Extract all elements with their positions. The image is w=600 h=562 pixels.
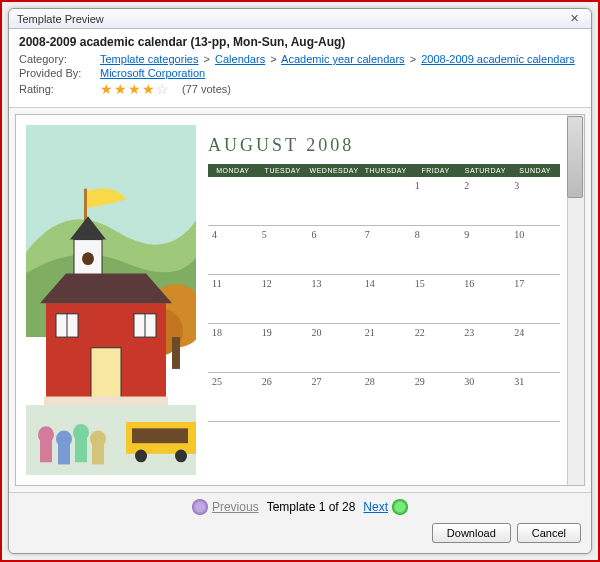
- day-header: THURSDAY: [361, 164, 411, 177]
- calendar-cell: 9: [460, 226, 510, 275]
- template-name: 2008-2009 academic calendar (13-pp, Mon-…: [19, 35, 581, 49]
- calendar-cell: 29: [411, 373, 461, 422]
- svg-point-20: [175, 450, 187, 463]
- template-illustration: [26, 125, 196, 475]
- calendar-cell: [258, 177, 308, 226]
- calendar-cell: 12: [258, 275, 308, 324]
- day-header: MONDAY: [208, 164, 258, 177]
- dialog-titlebar: Template Preview ✕: [9, 9, 591, 29]
- cancel-button[interactable]: Cancel: [517, 523, 581, 543]
- calendar-cell: 23: [460, 324, 510, 373]
- calendar-cell: 31: [510, 373, 560, 422]
- rating-stars: ★★★★☆: [100, 81, 170, 97]
- calendar-cell: 13: [308, 275, 361, 324]
- scrollbar-thumb[interactable]: [567, 116, 583, 198]
- calendar-cell: [361, 177, 411, 226]
- calendar-cell: 8: [411, 226, 461, 275]
- calendar-cell: 30: [460, 373, 510, 422]
- rating-label: Rating:: [19, 83, 94, 95]
- calendar-cell: [308, 177, 361, 226]
- calendar-cell: 25: [208, 373, 258, 422]
- calendar-cell: 16: [460, 275, 510, 324]
- calendar-grid: MONDAY TUESDAY WEDNESDAY THURSDAY FRIDAY…: [208, 164, 560, 422]
- svg-rect-18: [132, 428, 188, 443]
- template-preview-dialog: Template Preview ✕ 2008-2009 academic ca…: [8, 8, 592, 554]
- calendar-cell: 19: [258, 324, 308, 373]
- breadcrumb-link[interactable]: Template categories: [100, 53, 198, 65]
- calendar-cell: 26: [258, 373, 308, 422]
- calendar-cell: 3: [510, 177, 560, 226]
- calendar-cell: 2: [460, 177, 510, 226]
- template-header: 2008-2009 academic calendar (13-pp, Mon-…: [9, 29, 591, 108]
- calendar-cell: 28: [361, 373, 411, 422]
- day-header: FRIDAY: [411, 164, 461, 177]
- calendar-cell: 17: [510, 275, 560, 324]
- download-button[interactable]: Download: [432, 523, 511, 543]
- breadcrumb-link[interactable]: Academic year calendars: [281, 53, 405, 65]
- svg-point-19: [135, 450, 147, 463]
- calendar-cell: 6: [308, 226, 361, 275]
- arrow-right-icon: [392, 499, 408, 515]
- preview-pane: AUGUST 2008 MONDAY TUESDAY WEDNESDAY THU…: [15, 114, 585, 486]
- provider-link[interactable]: Microsoft Corporation: [100, 67, 205, 79]
- calendar-cell: 15: [411, 275, 461, 324]
- calendar-cell: 4: [208, 226, 258, 275]
- day-header: SATURDAY: [460, 164, 510, 177]
- category-label: Category:: [19, 53, 94, 65]
- previous-button: Previous: [192, 499, 259, 515]
- breadcrumb-link[interactable]: Calendars: [215, 53, 265, 65]
- svg-rect-28: [92, 443, 104, 464]
- day-header: WEDNESDAY: [308, 164, 361, 177]
- nav-position: Template 1 of 28: [267, 500, 356, 514]
- svg-point-7: [82, 252, 94, 265]
- calendar-month-title: AUGUST 2008: [208, 135, 560, 156]
- next-label[interactable]: Next: [363, 500, 388, 514]
- calendar-cell: 10: [510, 226, 560, 275]
- day-header: SUNDAY: [510, 164, 560, 177]
- calendar-cell: 20: [308, 324, 361, 373]
- calendar-cell: 27: [308, 373, 361, 422]
- svg-rect-26: [58, 443, 70, 464]
- calendar-cell: 11: [208, 275, 258, 324]
- calendar-cell: 22: [411, 324, 461, 373]
- calendar-cell: 7: [361, 226, 411, 275]
- day-header: TUESDAY: [258, 164, 308, 177]
- calendar-cell: 21: [361, 324, 411, 373]
- scrollbar[interactable]: [567, 115, 584, 485]
- calendar-cell: [208, 177, 258, 226]
- svg-rect-10: [91, 348, 121, 399]
- svg-rect-15: [44, 397, 168, 405]
- close-icon[interactable]: ✕: [566, 12, 583, 25]
- dialog-footer: Previous Template 1 of 28 Next Download …: [9, 492, 591, 553]
- previous-label: Previous: [212, 500, 259, 514]
- svg-rect-25: [40, 439, 52, 462]
- provided-by-label: Provided By:: [19, 67, 94, 79]
- calendar-cell: 1: [411, 177, 461, 226]
- dialog-title: Template Preview: [17, 13, 104, 25]
- breadcrumb-link[interactable]: 2008-2009 academic calendars: [421, 53, 575, 65]
- svg-rect-27: [75, 437, 87, 462]
- calendar-cell: 18: [208, 324, 258, 373]
- calendar-cell: 14: [361, 275, 411, 324]
- rating-votes: (77 votes): [182, 83, 231, 95]
- calendar-cell: 24: [510, 324, 560, 373]
- svg-rect-3: [172, 337, 180, 369]
- arrow-left-icon: [192, 499, 208, 515]
- breadcrumb: Template categories > Calendars > Academ…: [100, 53, 575, 65]
- next-button[interactable]: Next: [363, 499, 408, 515]
- calendar-cell: 5: [258, 226, 308, 275]
